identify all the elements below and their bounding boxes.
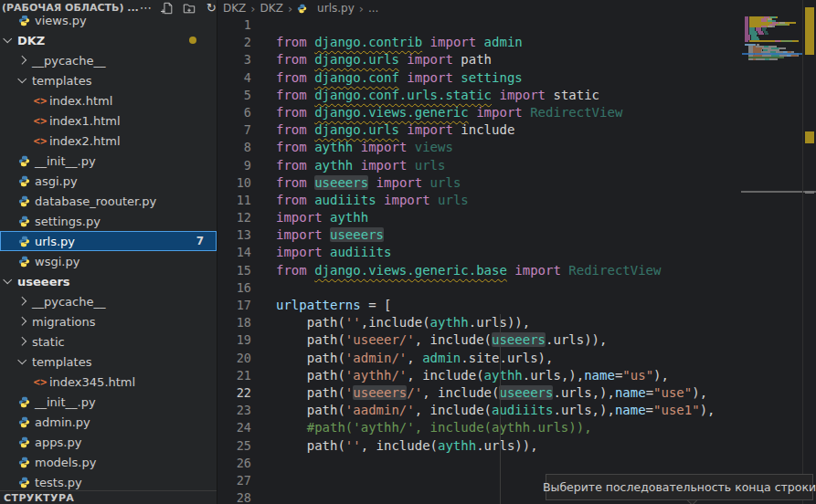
code-line-22[interactable]: 22 path('useeers/', include(useeers.urls… (219, 384, 802, 402)
code-line-14[interactable]: 14import audiiits (219, 244, 802, 261)
line-number[interactable]: 14 (219, 244, 276, 261)
breadcrumb-item-folder[interactable]: DKZ (260, 2, 283, 15)
line-number[interactable]: 20 (219, 350, 276, 367)
tree-folder-migrations[interactable]: migrations (0, 311, 217, 331)
tree-file-index-html[interactable]: <>index.html (0, 90, 217, 110)
breadcrumb-item-file[interactable]: urls.py (297, 2, 355, 15)
tree-file-admin-py[interactable]: admin.py (0, 412, 217, 432)
line-number[interactable]: 4 (219, 69, 276, 87)
tree-file-models-py[interactable]: models.py (0, 452, 217, 472)
tree-file--init-py[interactable]: __init__.py (0, 151, 217, 171)
code-line-1[interactable]: 1 (219, 16, 802, 34)
new-file-icon[interactable] (161, 1, 175, 15)
code-line-10[interactable]: 10from useeers import urls (219, 174, 802, 192)
line-number[interactable]: 11 (219, 192, 276, 209)
chevron-down-icon[interactable] (17, 74, 26, 83)
chevron-right-icon[interactable] (17, 336, 26, 345)
line-number[interactable]: 16 (219, 279, 276, 297)
code-line-15[interactable]: 15from django.views.generic.base import … (219, 262, 802, 279)
tree-file-settings-py[interactable]: settings.py (0, 211, 217, 231)
code-line-21[interactable]: 21 path('aythh/', include(aythh.urls,),n… (219, 367, 802, 384)
tree-folder-templates[interactable]: templates (0, 352, 217, 372)
code-line-4[interactable]: 4from django.conf import settings (219, 69, 802, 87)
line-number[interactable]: 7 (219, 121, 276, 139)
line-number[interactable]: 3 (219, 51, 276, 68)
chevron-down-icon[interactable] (17, 355, 26, 364)
code-line-18[interactable]: 18 path('',include(aythh.urls)), (219, 314, 802, 331)
code-line-3[interactable]: 3from django.urls import path (219, 51, 802, 68)
line-number[interactable]: 8 (219, 139, 276, 156)
code-line-24[interactable]: 24 #path('aythh/', include(aythh.urls)), (219, 419, 802, 436)
tree-folder--pycache-[interactable]: __pycache__ (0, 50, 217, 70)
line-number[interactable]: 28 (219, 489, 276, 504)
line-number[interactable]: 5 (219, 87, 276, 104)
line-number[interactable]: 13 (219, 226, 276, 244)
tree-file-urls-py[interactable]: urls.py7 (0, 231, 217, 251)
code-line-12[interactable]: 12import aythh (219, 209, 802, 226)
code-line-25[interactable]: 25 path('', include(aythh.urls)), (219, 437, 802, 455)
line-content: from audiiits import urls (276, 192, 469, 209)
tree-folder--pycache-[interactable]: __pycache__ (0, 291, 217, 311)
line-number[interactable]: 25 (219, 437, 276, 455)
tree-file-index2-html[interactable]: <>index2.html (0, 131, 217, 151)
chevron-right-icon[interactable] (17, 296, 26, 305)
line-number[interactable]: 1 (219, 16, 276, 34)
line-number[interactable]: 27 (219, 472, 276, 489)
code-line-16[interactable]: 16 (219, 279, 802, 297)
code-line-23[interactable]: 23 path('aadmin/', include(audiiits.urls… (219, 402, 802, 419)
line-number[interactable]: 6 (219, 104, 276, 121)
line-number[interactable]: 19 (219, 331, 276, 349)
code-line-13[interactable]: 13import useeers (219, 226, 802, 244)
python-file-icon (18, 155, 35, 167)
tree-file-database-roouter-py[interactable]: database_roouter.py (0, 191, 217, 211)
tree-file-wsgi-py[interactable]: wsgi.py (0, 251, 217, 271)
code-line-17[interactable]: 17urlpatterns = [ (219, 297, 802, 314)
line-number[interactable]: 24 (219, 419, 276, 436)
tree-folder-useeers[interactable]: useeers (0, 271, 217, 291)
code-line-6[interactable]: 6from django.views.generic import Redire… (219, 104, 802, 121)
line-number[interactable]: 18 (219, 314, 276, 331)
code-area[interactable]: 12from django.contrib import admin3from … (219, 16, 802, 504)
code-line-8[interactable]: 8from aythh import views (219, 139, 802, 156)
more-actions-icon[interactable]: ⋯ (139, 1, 153, 15)
minimap[interactable] (742, 14, 802, 498)
python-file-icon (18, 436, 35, 448)
line-number[interactable]: 9 (219, 157, 276, 174)
line-number[interactable]: 15 (219, 262, 276, 279)
tree-folder-static[interactable]: static (0, 331, 217, 352)
code-line-26[interactable]: 26 (219, 455, 802, 472)
code-line-19[interactable]: 19 path('useeer/', include(useeers.urls)… (219, 331, 802, 349)
line-number[interactable]: 2 (219, 34, 276, 51)
code-line-20[interactable]: 20 path('admin/', admin.site.urls), (219, 350, 802, 367)
line-number[interactable]: 21 (219, 367, 276, 384)
chevron-right-icon[interactable] (17, 55, 26, 64)
code-line-9[interactable]: 9from aythh import urls (219, 157, 802, 174)
code-line-11[interactable]: 11from audiiits import urls (219, 192, 802, 209)
tree-file-index1-html[interactable]: <>index1.html (0, 110, 217, 131)
code-line-5[interactable]: 5from django.conf.urls.static import sta… (219, 87, 802, 104)
chevron-down-icon[interactable] (3, 275, 12, 284)
code-line-2[interactable]: 2from django.contrib import admin (219, 34, 802, 51)
overview-ruler[interactable] (802, 0, 816, 504)
tree-file-apps-py[interactable]: apps.py (0, 432, 217, 452)
tree-file-tests-py[interactable]: tests.py (0, 472, 217, 492)
refresh-icon[interactable]: ↻ (205, 1, 217, 15)
line-number[interactable]: 12 (219, 209, 276, 226)
outline-section-header[interactable]: СТРУКТУРА (0, 490, 217, 504)
line-number[interactable]: 17 (219, 297, 276, 314)
chevron-down-icon[interactable] (3, 34, 12, 43)
breadcrumb-item-project[interactable]: DKZ (223, 2, 246, 15)
chevron-right-icon[interactable] (17, 316, 26, 325)
tree-folder-dkz[interactable]: DKZ (0, 30, 217, 50)
new-folder-icon[interactable] (183, 1, 196, 15)
line-number[interactable]: 26 (219, 455, 276, 472)
tree-folder-templates[interactable]: templates (0, 70, 217, 90)
tree-file--init-py[interactable]: __init__.py (0, 392, 217, 412)
line-number[interactable]: 23 (219, 402, 276, 419)
line-number[interactable]: 22 (219, 384, 276, 402)
tree-file-asgi-py[interactable]: asgi.py (0, 171, 217, 191)
line-number[interactable]: 10 (219, 174, 276, 192)
breadcrumb-item-symbol[interactable]: ... (368, 2, 378, 15)
tree-file-index345-html[interactable]: <>index345.html (0, 372, 217, 392)
code-line-7[interactable]: 7from django.urls import include (219, 121, 802, 139)
